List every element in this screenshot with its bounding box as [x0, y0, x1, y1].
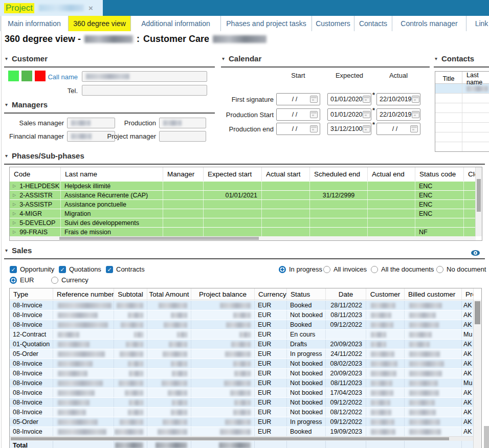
sales-row[interactable]: 05-OrderEURIn progress09/12/2022AK — [10, 417, 474, 427]
expand-arrow-icon[interactable]: ▷ — [13, 220, 16, 225]
contacts-section-header[interactable]: ▾ Contacts — [434, 53, 489, 68]
sales-col-reference-number[interactable]: Reference number — [53, 288, 114, 300]
collapse-arrow-icon[interactable]: ▾ — [435, 56, 437, 61]
radio-selected-icon[interactable] — [279, 266, 286, 273]
sales-row[interactable]: 12-ContractEUREn coursMu — [10, 329, 474, 339]
calendar-icon[interactable] — [363, 96, 370, 103]
phases-col-closed[interactable]: Clo — [464, 167, 476, 181]
expand-arrow-icon[interactable]: ▷ — [13, 184, 16, 188]
sales-row[interactable]: 08-InvoiceEURNot booked20/09/2023AK — [10, 368, 474, 378]
calendar-icon[interactable] — [410, 125, 418, 132]
phase-row[interactable]: ▷2-ASSISTRAssistance Récurrente (CAP)01/… — [10, 190, 476, 199]
radio-unselected-icon[interactable] — [323, 266, 330, 273]
date-field-actual[interactable]: 22/10/2019 — [376, 108, 420, 121]
phases-vertical-scrollbar[interactable] — [475, 167, 482, 236]
phase-row[interactable]: ▷5-DEVELOPSuivi des développements — [10, 218, 476, 227]
sales-col-project-balance[interactable]: Project balance — [191, 288, 255, 300]
date-field-start[interactable]: / / — [276, 108, 320, 121]
phase-row[interactable]: ▷4-MIGRMigrationENC — [10, 209, 476, 218]
date-field-actual[interactable]: 22/10/2019 — [376, 93, 420, 105]
radio-unselected-icon[interactable] — [436, 266, 443, 273]
contact-row[interactable] — [435, 84, 489, 93]
tab-360-degree-view[interactable]: 360 degree view — [69, 16, 131, 31]
collapse-arrow-icon[interactable]: ▾ — [5, 248, 8, 253]
calendar-icon[interactable] — [412, 111, 419, 118]
tab-controls-manager[interactable]: Controls manager — [392, 16, 466, 31]
contact-row[interactable] — [435, 122, 489, 132]
tab-link[interactable]: Link — [466, 16, 489, 31]
phases-col-actual-start[interactable]: Actual start — [262, 167, 310, 181]
sales-row[interactable]: 08-InvoiceEURNot booked08/12/2022AK — [10, 407, 474, 417]
sales-section-header[interactable]: ▾ Sales — [4, 244, 485, 259]
sales-vertical-scrollbar[interactable] — [473, 300, 481, 448]
sales-row[interactable]: 08-InvoiceEURBooked09/12/2022AK — [10, 320, 474, 329]
date-field-expected[interactable]: 01/01/2020 — [327, 93, 371, 105]
sales-row[interactable]: 08-InvoiceEURNot booked08/11/2023Mu — [10, 378, 474, 388]
checkbox-checked-icon[interactable]: ✓ — [59, 266, 66, 273]
date-field-expected[interactable]: 31/12/2100 — [327, 123, 371, 135]
filter-checkbox-contracts[interactable]: ✓Contracts — [106, 265, 145, 273]
sales-row[interactable]: 08-InvoiceEURNot booked17/04/2023AK — [10, 388, 474, 397]
filter-radio-all-the-documents[interactable]: All the documents — [371, 265, 434, 273]
date-field-expected[interactable]: 01/01/2020 — [327, 108, 371, 121]
calendar-icon[interactable] — [310, 96, 318, 103]
tab-contacts[interactable]: Contacts — [354, 16, 392, 31]
contact-row[interactable] — [435, 103, 489, 113]
calendar-icon[interactable] — [363, 111, 370, 118]
phases-col-expected-start[interactable]: Expected start — [204, 167, 262, 181]
filter-radio-no-document[interactable]: No document — [436, 265, 486, 273]
sales-col-date[interactable]: Date — [326, 288, 366, 300]
calendar-icon[interactable] — [412, 96, 419, 103]
customer-section-header[interactable]: ▾ Customer — [4, 53, 215, 68]
sales-hscroll-thumb[interactable] — [11, 437, 449, 440]
phases-hscroll-thumb[interactable] — [59, 237, 259, 240]
phases-col-manager[interactable]: Manager — [163, 167, 204, 181]
filter-radio-in-progress[interactable]: In progress — [279, 265, 322, 273]
tel-field[interactable] — [82, 85, 207, 96]
contact-row[interactable] — [435, 93, 489, 103]
close-tab-icon[interactable]: × — [88, 4, 93, 12]
phases-col-code[interactable]: Code — [10, 167, 61, 181]
filter-checkbox-quotations[interactable]: ✓Quotations — [59, 265, 101, 273]
date-field-actual[interactable]: / / — [376, 123, 420, 135]
filter-checkbox-opportunity[interactable]: ✓Opportunity — [10, 265, 54, 273]
sales-col-type[interactable]: Type — [10, 288, 53, 300]
radio-selected-icon[interactable] — [10, 277, 17, 284]
project-manager-field[interactable] — [159, 131, 206, 142]
expand-arrow-icon[interactable]: ▷ — [13, 230, 16, 234]
sales-row[interactable]: 08-InvoiceEURBooked19/09/2023AK — [10, 427, 474, 436]
sales-row[interactable]: 01-QuotationEURDrafts20/09/2023AK — [10, 339, 474, 349]
phases-vscroll-thumb[interactable] — [477, 179, 481, 212]
expand-arrow-icon[interactable]: ▷ — [13, 193, 16, 197]
phase-row[interactable]: ▷3-ASSISTPAssistance ponctuelleENC — [10, 199, 476, 209]
calendar-icon[interactable] — [310, 111, 318, 118]
sales-horizontal-scrollbar[interactable] — [10, 436, 474, 441]
calendar-icon[interactable] — [310, 125, 318, 132]
sales-vscroll-thumb[interactable] — [475, 301, 480, 324]
phases-section-header[interactable]: ▾ Phases/Sub-phases — [4, 150, 485, 165]
collapse-arrow-icon[interactable]: ▾ — [222, 56, 225, 61]
production-field[interactable] — [159, 118, 206, 128]
expand-arrow-icon[interactable]: ▷ — [13, 211, 16, 216]
contact-row[interactable] — [435, 113, 489, 122]
phases-col-scheduled-end[interactable]: Scheduled end — [310, 167, 368, 181]
contact-row[interactable] — [435, 132, 489, 142]
date-field-start[interactable]: / / — [276, 93, 320, 105]
call-name-field[interactable] — [82, 71, 207, 82]
phases-col-lastname[interactable]: Last name — [61, 167, 163, 181]
tab-additional-information[interactable]: Additional information — [131, 16, 221, 31]
sales-col-subtotal[interactable]: Subtotal — [114, 288, 147, 300]
sales-col-billed-customer[interactable]: Billed customer — [405, 288, 462, 300]
window-vscroll-thumb[interactable] — [484, 426, 489, 448]
radio-unselected-icon[interactable] — [51, 277, 58, 284]
sales-row[interactable]: 05-OrderEURIn progress24/11/2022AK — [10, 349, 474, 359]
document-tab[interactable]: Project × — [0, 0, 103, 16]
currency-radio-currency[interactable]: Currency — [51, 276, 88, 284]
tab-customers[interactable]: Customers — [312, 16, 354, 31]
sales-col-currency[interactable]: Currency — [255, 288, 287, 300]
collapse-arrow-icon[interactable]: ▾ — [5, 153, 8, 159]
sales-row[interactable]: 08-InvoiceEURBooked28/11/2022AK — [10, 300, 474, 310]
filter-radio-all-invoices[interactable]: All invoices — [323, 265, 367, 273]
phases-col-status-code[interactable]: Status code — [415, 167, 464, 181]
phases-col-actual-end[interactable]: Actual end — [368, 167, 415, 181]
